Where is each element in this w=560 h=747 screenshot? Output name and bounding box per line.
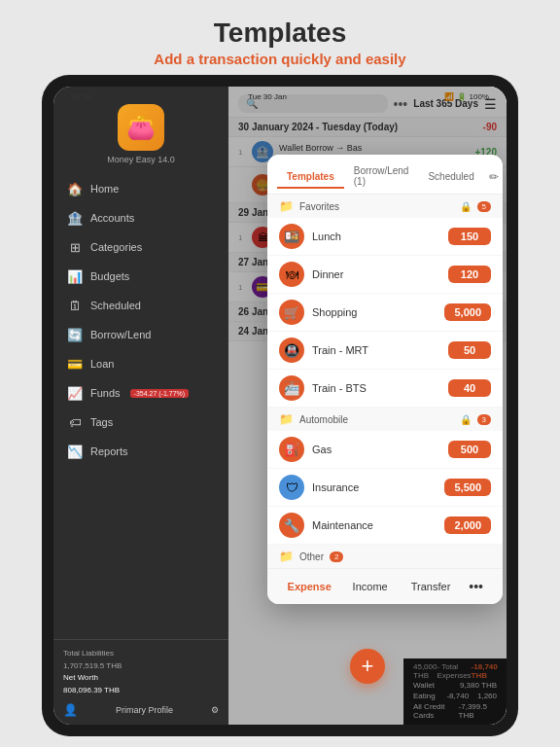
sidebar-label-home: Home — [90, 183, 119, 195]
other-count: 2 — [330, 551, 343, 562]
item-amount-mrt[interactable]: 50 — [448, 341, 491, 359]
filter-icon[interactable]: ☰ — [484, 96, 497, 112]
summary-expenses-value: -18,740 THB — [472, 662, 498, 680]
summary-detail-wallet: Wallet 9,380 THB — [413, 680, 497, 691]
tags-icon: 🏷 — [67, 414, 83, 430]
networth-label: Net Worth — [63, 672, 219, 685]
sidebar-item-tags[interactable]: 🏷 Tags — [53, 408, 228, 437]
sidebar-label-tags: Tags — [90, 416, 113, 428]
app-name: Money Easy 14.0 — [107, 155, 175, 164]
sidebar-liabilities: Total Liabilities 1,707,519.5 THB Net Wo… — [63, 648, 219, 697]
sidebar-item-loan[interactable]: 💳 Loan — [53, 349, 228, 378]
other-header: 📁 Other 2 — [267, 545, 503, 568]
tx-num: 1 — [238, 233, 246, 242]
item-icon-bts: 🚈 — [279, 375, 304, 401]
eating-value: -8,740 1,260 — [446, 692, 497, 700]
bottom-summary: 45,000 THB - Total Expenses -18,740 THB … — [403, 658, 507, 725]
loan-icon: 💳 — [67, 356, 83, 372]
period-label: Last 365 Days — [413, 98, 478, 109]
edit-icon[interactable]: ✏ — [484, 165, 503, 189]
list-item[interactable]: 🍽 Dinner 120 — [267, 256, 503, 294]
item-label-gas: Gas — [312, 444, 440, 455]
tab-templates[interactable]: Templates — [277, 166, 344, 189]
profile-icon: 👤 — [63, 703, 78, 717]
sidebar-bottom: Total Liabilities 1,707,519.5 THB Net Wo… — [53, 639, 228, 725]
list-item[interactable]: ⛽ Gas 500 — [267, 431, 503, 469]
item-amount-lunch[interactable]: 150 — [448, 228, 491, 245]
favorites-lock-icon: 🔒 — [460, 201, 472, 212]
sidebar-item-funds[interactable]: 📈 Funds -354.27 (-1.77%) — [53, 378, 228, 408]
search-icon: 🔍 — [246, 98, 258, 109]
item-amount-shopping[interactable]: 5,000 — [444, 303, 491, 321]
item-amount-maintenance[interactable]: 2,000 — [444, 516, 491, 534]
sidebar-item-home[interactable]: 🏠 Home — [53, 174, 228, 203]
sidebar-item-categories[interactable]: ⊞ Categories — [53, 232, 228, 262]
sidebar-label-loan: Loan — [90, 358, 114, 370]
favorites-folder-icon: 📁 — [279, 199, 294, 213]
popup-box[interactable]: Templates Borrow/Lend (1) Scheduled ✏ 📁 … — [267, 155, 503, 604]
income-btn[interactable]: Income — [339, 577, 400, 596]
tab-borrow-lend[interactable]: Borrow/Lend (1) — [344, 160, 419, 194]
popup-bottom-bar: Expense Income Transfer ••• — [267, 568, 503, 604]
popup-tabs: Templates Borrow/Lend (1) Scheduled ✏ — [267, 155, 503, 195]
expense-btn[interactable]: Expense — [279, 577, 339, 596]
sidebar-item-borrow-lend[interactable]: 🔄 Borrow/Lend — [53, 320, 228, 349]
list-item[interactable]: 🍱 Lunch 150 — [267, 218, 503, 256]
item-icon-insurance: 🛡 — [279, 475, 304, 500]
borrow-icon: 🔄 — [67, 327, 83, 342]
date-text-jan30: 30 January 2024 - Tuesday (Today) — [238, 122, 398, 132]
settings-icon[interactable]: ⚙ — [211, 705, 219, 715]
topbar-dots[interactable]: ••• — [394, 96, 408, 112]
item-amount-insurance[interactable]: 5,500 — [444, 479, 491, 496]
item-label-lunch: Lunch — [312, 231, 440, 242]
item-label-mrt: Train - MRT — [312, 344, 440, 356]
categories-icon: ⊞ — [67, 239, 83, 255]
subtitle-highlight: quickly and easily — [281, 51, 405, 67]
search-box[interactable]: 🔍 — [238, 94, 388, 113]
item-icon-shopping: 🛒 — [279, 300, 304, 325]
sidebar-label-categories: Categories — [90, 241, 142, 253]
item-label-bts: Train - BTS — [312, 382, 440, 394]
list-item[interactable]: 🚈 Train - BTS 40 — [267, 370, 503, 408]
sidebar-item-accounts[interactable]: 🏦 Accounts — [53, 203, 228, 232]
tx-title: Wallet Borrow → Bas — [279, 143, 442, 153]
sidebar-nav: 🏠 Home 🏦 Accounts ⊞ Categories 📊 Budgets — [53, 174, 228, 639]
transfer-btn[interactable]: Transfer — [401, 577, 461, 596]
tab-scheduled[interactable]: Scheduled — [418, 166, 483, 189]
page-subtitle: Add a transaction quickly and easily — [0, 51, 560, 67]
summary-detail-credits: All Credit Cards -7,399.5 THB — [413, 701, 497, 721]
item-amount-dinner[interactable]: 120 — [448, 266, 491, 283]
more-btn[interactable]: ••• — [461, 575, 491, 598]
list-item[interactable]: 🛡 Insurance 5,500 — [267, 469, 503, 507]
sidebar-item-budgets[interactable]: 📊 Budgets — [53, 262, 228, 291]
fab-button[interactable]: + — [350, 649, 385, 684]
subtitle-plain: Add a transaction — [154, 51, 281, 67]
other-label: Other — [299, 551, 324, 562]
summary-date: 45,000 THB — [413, 662, 437, 680]
list-item[interactable]: 🚇 Train - MRT 50 — [267, 332, 503, 370]
automobile-label: Automobile — [299, 414, 348, 425]
item-icon-gas: ⛽ — [279, 437, 304, 462]
item-amount-bts[interactable]: 40 — [448, 379, 491, 397]
list-item[interactable]: 🔧 Maintenance 2,000 — [267, 507, 503, 545]
item-amount-gas[interactable]: 500 — [448, 441, 491, 458]
credits-label: All Credit Cards — [413, 702, 459, 720]
date-total-jan30: -90 — [483, 122, 497, 132]
item-icon-mrt: 🚇 — [279, 338, 304, 363]
automobile-header: 📁 Automobile 🔒 3 — [267, 408, 503, 431]
home-icon: 🏠 — [67, 181, 83, 196]
summary-detail-eating: Eating -8,740 1,260 — [413, 691, 497, 701]
tx-num: 1 — [238, 148, 246, 157]
main-content: 🔍 ••• Last 365 Days ☰ 30 January 2024 - … — [228, 87, 507, 725]
item-label-dinner: Dinner — [312, 268, 440, 280]
funds-badge: -354.27 (-1.77%) — [130, 389, 190, 398]
tx-num: 1 — [238, 283, 246, 292]
automobile-lock-icon: 🔒 — [460, 414, 472, 425]
liabilities-label: Total Liabilities — [63, 648, 219, 660]
sidebar-profile[interactable]: 👤 Primary Profile ⚙ — [63, 703, 219, 717]
sidebar-item-scheduled[interactable]: 🗓 Scheduled — [53, 291, 228, 320]
list-item[interactable]: 🛒 Shopping 5,000 — [267, 294, 503, 332]
sidebar-item-reports[interactable]: 📉 Reports — [53, 437, 228, 466]
sidebar-label-scheduled: Scheduled — [90, 300, 141, 311]
funds-icon: 📈 — [67, 385, 83, 401]
